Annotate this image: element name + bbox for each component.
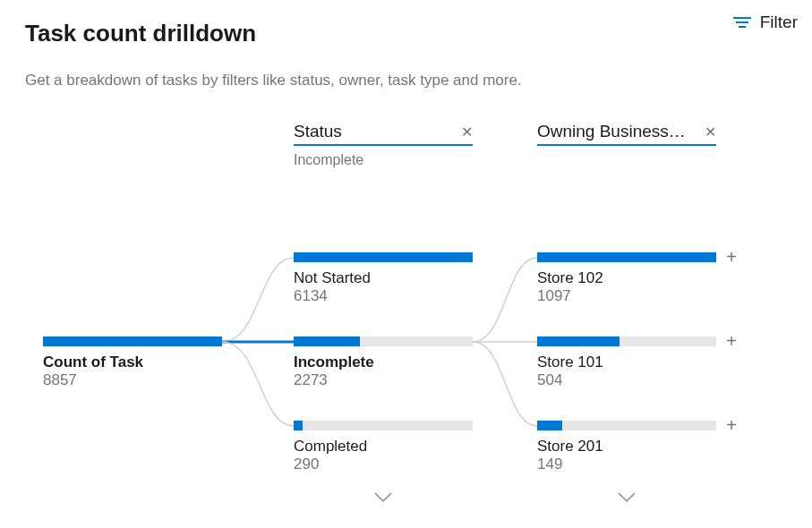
bar xyxy=(537,252,716,262)
expand-button[interactable]: + xyxy=(723,249,739,265)
node-label: Not Started xyxy=(294,269,473,287)
bar xyxy=(294,336,473,346)
node-owning-store102[interactable]: Store 102 1097 xyxy=(537,252,716,305)
filter-label: Filter xyxy=(760,13,798,32)
node-value: 2273 xyxy=(294,371,473,389)
node-label: Store 201 xyxy=(537,438,716,456)
bar xyxy=(43,336,222,346)
node-value: 8857 xyxy=(43,371,222,389)
node-label: Completed xyxy=(294,438,473,456)
node-value: 6134 xyxy=(294,287,473,305)
chevron-down-icon[interactable] xyxy=(374,490,392,507)
node-label: Incomplete xyxy=(294,353,473,371)
column-header-status[interactable]: Status ✕ xyxy=(294,122,473,146)
node-label: Store 102 xyxy=(537,269,716,287)
filter-button[interactable]: Filter xyxy=(733,13,798,32)
node-value: 504 xyxy=(537,371,716,389)
bar xyxy=(537,336,716,346)
column-header-label: Status xyxy=(294,122,342,141)
bar xyxy=(537,421,716,430)
column-header-label: Owning Business… xyxy=(537,122,686,141)
page-subtitle: Get a breakdown of tasks by filters like… xyxy=(25,72,522,89)
bar xyxy=(294,252,473,262)
node-owning-store201[interactable]: Store 201 149 xyxy=(537,421,716,473)
node-value: 149 xyxy=(537,456,716,473)
node-owning-store101[interactable]: Store 101 504 xyxy=(537,336,716,389)
expand-button[interactable]: + xyxy=(723,333,739,349)
chevron-down-icon[interactable] xyxy=(618,490,636,507)
column-header-owning[interactable]: Owning Business… ✕ xyxy=(537,122,716,146)
node-label: Store 101 xyxy=(537,353,716,371)
close-icon[interactable]: ✕ xyxy=(456,123,473,141)
bar xyxy=(294,421,473,430)
node-root[interactable]: Count of Task 8857 xyxy=(43,336,222,389)
close-icon[interactable]: ✕ xyxy=(699,123,716,141)
node-status-completed[interactable]: Completed 290 xyxy=(294,421,473,473)
column-header-status-sublabel: Incomplete xyxy=(294,152,363,168)
node-status-incomplete[interactable]: Incomplete 2273 xyxy=(294,336,473,389)
node-value: 1097 xyxy=(537,287,716,305)
filter-icon xyxy=(733,15,751,30)
page-title: Task count drilldown xyxy=(25,20,256,47)
node-value: 290 xyxy=(294,456,473,473)
node-status-not-started[interactable]: Not Started 6134 xyxy=(294,252,473,305)
node-label: Count of Task xyxy=(43,353,222,371)
expand-button[interactable]: + xyxy=(723,417,739,433)
